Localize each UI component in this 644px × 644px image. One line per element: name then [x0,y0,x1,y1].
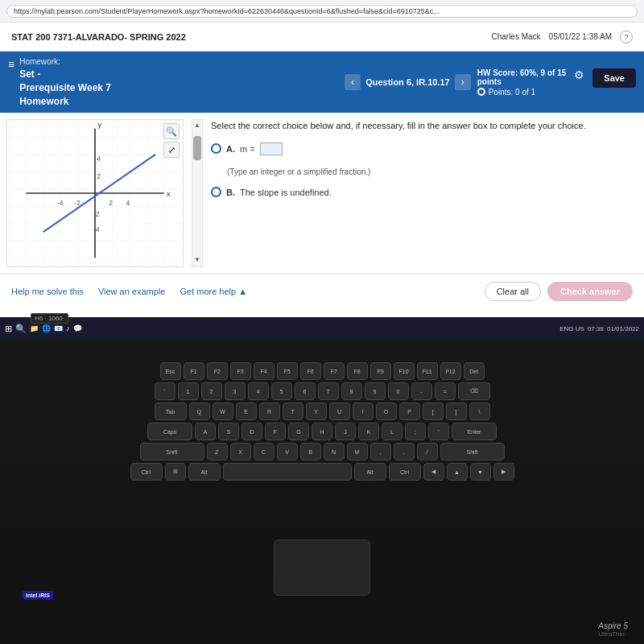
key-f8[interactable]: F8 [347,362,368,380]
key-w[interactable]: W [213,402,233,420]
key-n[interactable]: N [324,443,345,460]
key-shift-l[interactable]: Shift [140,443,204,460]
scroll-down-arrow[interactable]: ▼ [192,254,202,265]
url-bar[interactable]: https://mylab.pearson.com/Student/Player… [6,5,638,18]
key-u[interactable]: U [329,402,350,420]
key-arrow-right[interactable]: ▶ [493,463,514,481]
touchpad[interactable] [274,539,370,596]
view-example-link[interactable]: View an example [98,287,166,296]
key-c[interactable]: C [254,443,275,460]
key-v[interactable]: V [277,443,298,460]
key-win[interactable]: ⊞ [165,463,186,481]
key-8[interactable]: 8 [341,382,362,400]
key-tilde[interactable]: ` [155,382,175,400]
key-f[interactable]: F [265,423,286,440]
key-ctrl-r[interactable]: Ctrl [389,463,421,481]
search-icon[interactable]: 🔍 [15,324,27,334]
key-l[interactable]: L [382,423,402,440]
prev-question-button[interactable]: ‹ [345,74,361,90]
key-arrow-up[interactable]: ▲ [447,463,468,481]
option-b-radio[interactable] [211,187,221,197]
key-6[interactable]: 6 [295,382,316,400]
key-h[interactable]: H [312,423,332,440]
key-backspace[interactable]: ⌫ [458,382,490,400]
key-esc[interactable]: Esc [160,362,181,380]
key-t[interactable]: T [283,402,303,420]
key-s[interactable]: S [218,423,239,440]
key-g[interactable]: G [288,423,309,440]
key-period[interactable]: . [394,443,415,460]
key-semicolon[interactable]: ; [405,423,426,440]
expand-button[interactable]: ⤢ [163,142,180,158]
scrollbar-thumb[interactable] [193,136,201,160]
check-answer-button[interactable]: Check answer [547,282,633,301]
key-f10[interactable]: F10 [394,362,415,380]
key-f2[interactable]: F2 [207,362,228,380]
key-1[interactable]: 1 [178,382,199,400]
zoom-button[interactable]: 🔍 [163,123,180,139]
key-f4[interactable]: F4 [254,362,275,380]
taskbar-icon-4[interactable]: ♪ [66,324,70,332]
key-slash[interactable]: / [417,443,438,460]
scrollbar[interactable]: ▲ ▼ [192,119,203,267]
key-d[interactable]: D [242,423,262,440]
taskbar-icon-1[interactable]: 📁 [30,324,39,332]
gear-icon[interactable]: ⚙ [574,68,584,81]
key-a[interactable]: A [195,423,216,440]
help-solve-link[interactable]: Help me solve this [11,287,84,296]
answer-input-box[interactable] [260,142,283,155]
key-tab[interactable]: Tab [155,402,187,420]
windows-logo[interactable]: ⊞ [5,324,12,334]
save-button[interactable]: Save [592,68,636,88]
taskbar-icon-3[interactable]: 📧 [54,324,63,332]
next-question-button[interactable]: › [455,74,471,90]
key-e[interactable]: E [236,402,257,420]
key-equals[interactable]: = [435,382,456,400]
key-f1[interactable]: F1 [184,362,204,380]
help-icon[interactable]: ? [620,31,633,43]
key-quote[interactable]: ' [428,423,449,440]
key-f6[interactable]: F6 [300,362,321,380]
key-4[interactable]: 4 [248,382,269,400]
hamburger-icon[interactable]: ≡ [8,58,14,71]
key-q[interactable]: Q [189,402,210,420]
key-f9[interactable]: F9 [370,362,391,380]
key-x[interactable]: X [230,443,251,460]
key-space[interactable] [223,463,352,481]
key-y[interactable]: Y [306,402,327,420]
key-arrow-left[interactable]: ◀ [423,463,444,481]
key-bracket-l[interactable]: [ [423,402,444,420]
key-shift-r[interactable]: Shift [440,443,505,460]
key-f5[interactable]: F5 [277,362,298,380]
key-b[interactable]: B [300,443,321,460]
key-m[interactable]: M [347,443,368,460]
key-r[interactable]: R [259,402,280,420]
key-f11[interactable]: F11 [417,362,438,380]
key-minus[interactable]: - [411,382,432,400]
key-3[interactable]: 3 [225,382,246,400]
key-7[interactable]: 7 [318,382,339,400]
key-o[interactable]: O [376,402,397,420]
scroll-up-arrow[interactable]: ▲ [192,120,202,130]
key-f7[interactable]: F7 [324,362,345,380]
key-p[interactable]: P [399,402,420,420]
key-backslash[interactable]: \ [469,402,490,420]
taskbar-icon-2[interactable]: 🌐 [42,324,51,332]
key-alt-l[interactable]: Alt [188,463,221,481]
key-del[interactable]: Del [464,362,485,380]
key-z[interactable]: Z [207,443,228,460]
key-f3[interactable]: F3 [230,362,251,380]
key-j[interactable]: J [335,423,356,440]
key-9[interactable]: 9 [365,382,386,400]
key-5[interactable]: 5 [271,382,292,400]
key-f12[interactable]: F12 [440,362,461,380]
option-a-radio[interactable] [211,143,221,154]
key-i[interactable]: I [353,402,374,420]
key-2[interactable]: 2 [201,382,222,400]
get-more-help-link[interactable]: Get more help ▲ [180,287,247,296]
key-bracket-r[interactable]: ] [446,402,467,420]
key-alt-r[interactable]: Alt [354,463,386,481]
key-k[interactable]: K [358,423,379,440]
key-arrow-down[interactable]: ▼ [470,463,491,481]
key-0[interactable]: 0 [388,382,409,400]
